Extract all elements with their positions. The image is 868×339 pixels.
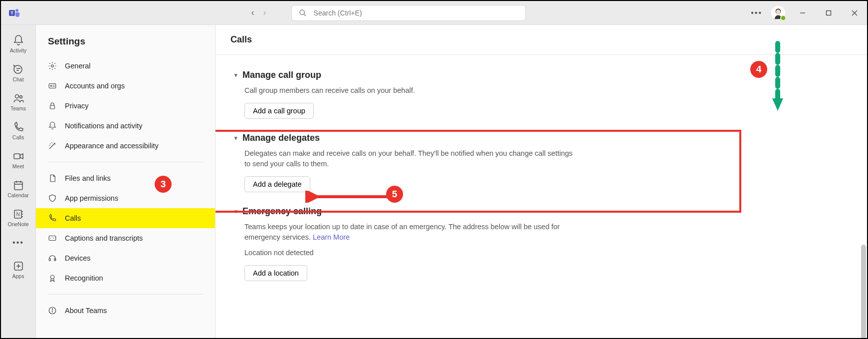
svg-rect-30 bbox=[49, 84, 56, 88]
headset-icon bbox=[48, 254, 57, 263]
sidebar-item-about[interactable]: About Teams bbox=[36, 301, 215, 321]
divider bbox=[48, 162, 203, 162]
settings-sidebar: Settings General Accounts and orgs Priva… bbox=[36, 25, 216, 338]
sidebar-item-devices[interactable]: Devices bbox=[36, 248, 215, 268]
video-icon bbox=[12, 150, 24, 162]
svg-point-14 bbox=[15, 95, 18, 98]
sidebar-label: Accounts and orgs bbox=[65, 82, 125, 90]
svg-rect-16 bbox=[14, 154, 20, 159]
sidebar-item-notifications[interactable]: Notifications and activity bbox=[36, 116, 215, 136]
svg-text:N: N bbox=[16, 212, 19, 217]
svg-point-15 bbox=[19, 96, 22, 98]
minimize-button[interactable] bbox=[794, 6, 811, 20]
phone-icon bbox=[48, 214, 57, 223]
sidebar-label: About Teams bbox=[65, 307, 107, 315]
rail-onenote[interactable]: N OneNote bbox=[1, 204, 36, 232]
id-card-icon bbox=[48, 81, 57, 90]
sidebar-label: Recognition bbox=[65, 274, 103, 282]
svg-point-29 bbox=[51, 65, 54, 67]
sidebar-label: Devices bbox=[65, 254, 91, 262]
section-desc: Delegates can make and receive calls on … bbox=[244, 148, 574, 169]
history-nav: ‹ › bbox=[251, 7, 266, 18]
svg-rect-17 bbox=[14, 182, 22, 190]
sidebar-label: Notifications and activity bbox=[65, 122, 143, 130]
forward-icon[interactable]: › bbox=[263, 7, 266, 18]
avatar[interactable] bbox=[771, 6, 785, 20]
section-emergency: ▾ Emergency calling Teams keeps your loc… bbox=[230, 201, 729, 290]
search-input[interactable]: Search (Ctrl+E) bbox=[291, 5, 526, 21]
chat-icon bbox=[12, 63, 24, 75]
content-area: Calls ▾ Manage call group Call group mem… bbox=[216, 25, 867, 338]
rail-more[interactable]: ••• bbox=[1, 233, 36, 253]
maximize-button[interactable] bbox=[820, 6, 837, 20]
sidebar-item-app-permissions[interactable]: App permissions bbox=[36, 188, 215, 208]
close-button[interactable] bbox=[846, 6, 863, 20]
rail-calendar[interactable]: Calendar bbox=[1, 175, 36, 203]
caret-down-icon[interactable]: ▾ bbox=[234, 208, 237, 215]
lock-icon bbox=[48, 101, 57, 110]
svg-point-3 bbox=[300, 10, 304, 14]
settings-title: Settings bbox=[36, 36, 215, 56]
sidebar-item-files[interactable]: Files and links bbox=[36, 168, 215, 188]
teams-app-icon: T bbox=[8, 6, 21, 19]
back-icon[interactable]: ‹ bbox=[251, 7, 254, 18]
add-delegate-button[interactable]: Add a delegate bbox=[244, 176, 310, 192]
bell-icon bbox=[48, 121, 57, 130]
section-title: Emergency calling bbox=[242, 206, 322, 217]
add-location-button[interactable]: Add a location bbox=[244, 265, 307, 281]
more-icon[interactable]: ••• bbox=[751, 8, 762, 17]
scrollbar[interactable] bbox=[861, 245, 866, 338]
sidebar-label: App permissions bbox=[65, 194, 118, 202]
sidebar-label: Privacy bbox=[65, 102, 89, 110]
bell-icon bbox=[12, 34, 24, 46]
rail-label: Teams bbox=[10, 105, 26, 111]
rail-teams[interactable]: Teams bbox=[1, 88, 36, 116]
section-call-group: ▾ Manage call group Call group members c… bbox=[230, 65, 729, 128]
svg-point-7 bbox=[776, 9, 781, 14]
svg-rect-9 bbox=[827, 10, 831, 15]
apps-add-icon bbox=[12, 260, 24, 272]
caret-down-icon[interactable]: ▾ bbox=[234, 72, 237, 78]
rail-label: Meet bbox=[12, 163, 24, 169]
rail-apps[interactable]: Apps bbox=[1, 256, 36, 284]
caret-down-icon[interactable]: ▾ bbox=[234, 135, 237, 141]
svg-rect-37 bbox=[54, 259, 56, 261]
people-icon bbox=[12, 92, 24, 104]
sidebar-item-general[interactable]: General bbox=[36, 56, 215, 76]
page-title: Calls bbox=[216, 25, 867, 55]
svg-point-31 bbox=[50, 85, 52, 87]
learn-more-link[interactable]: Learn More bbox=[313, 233, 350, 241]
sidebar-item-calls[interactable]: Calls bbox=[36, 208, 215, 228]
add-call-group-button[interactable]: Add a call group bbox=[244, 103, 314, 119]
wand-icon bbox=[48, 141, 57, 150]
presence-available-icon bbox=[780, 15, 786, 21]
rail-label: Apps bbox=[12, 273, 24, 279]
svg-point-41 bbox=[52, 309, 52, 309]
sidebar-item-recognition[interactable]: Recognition bbox=[36, 268, 215, 288]
sidebar-label: General bbox=[65, 62, 91, 70]
sidebar-item-accounts[interactable]: Accounts and orgs bbox=[36, 76, 215, 96]
file-icon bbox=[48, 174, 57, 183]
sidebar-item-privacy[interactable]: Privacy bbox=[36, 96, 215, 116]
rail-label: Activity bbox=[10, 47, 26, 53]
ribbon-icon bbox=[48, 274, 57, 283]
sidebar-label: Files and links bbox=[65, 174, 111, 182]
rail-activity[interactable]: Activity bbox=[1, 30, 36, 58]
rail-meet[interactable]: Meet bbox=[1, 146, 36, 174]
rail-label: Chat bbox=[12, 76, 23, 82]
title-bar: T ‹ › Search (Ctrl+E) ••• bbox=[1, 1, 867, 25]
rail-calls[interactable]: Calls bbox=[1, 117, 36, 145]
sidebar-item-captions[interactable]: Captions and transcripts bbox=[36, 228, 215, 248]
sidebar-label: Appearance and accessibility bbox=[65, 142, 159, 150]
search-placeholder: Search (Ctrl+E) bbox=[314, 9, 362, 17]
divider bbox=[48, 294, 203, 295]
rail-chat[interactable]: Chat bbox=[1, 59, 36, 87]
section-desc: Teams keeps your location up to date in … bbox=[244, 222, 574, 243]
section-title: Manage call group bbox=[242, 70, 321, 80]
section-title: Manage delegates bbox=[242, 133, 320, 143]
section-desc-text: Teams keeps your location up to date in … bbox=[244, 223, 560, 241]
shield-icon bbox=[48, 194, 57, 203]
rail-label: Calls bbox=[12, 134, 24, 140]
sidebar-item-appearance[interactable]: Appearance and accessibility bbox=[36, 136, 215, 156]
info-icon bbox=[48, 306, 57, 315]
